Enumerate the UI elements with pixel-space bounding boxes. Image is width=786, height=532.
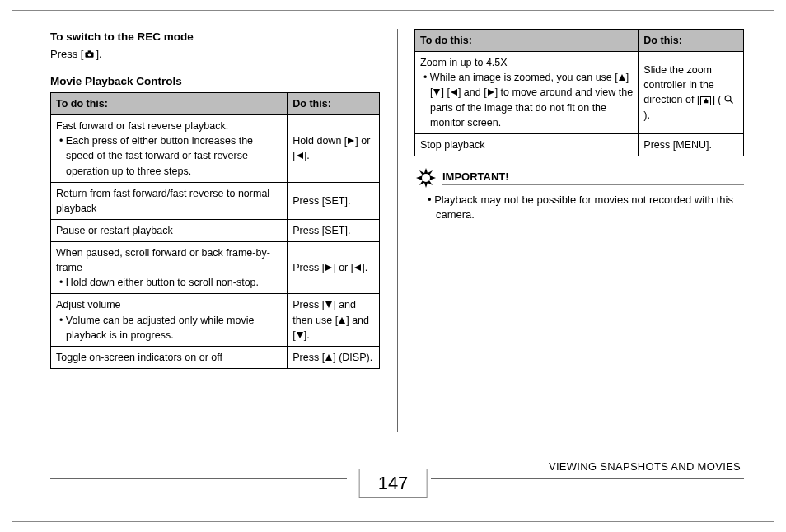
row-text: Zoom in up to 4.5X <box>420 57 508 68</box>
action-text: ]. <box>304 150 310 161</box>
page-footer: VIEWING SNAPSHOTS AND MOVIES 147 <box>42 474 744 516</box>
action-text: Hold down [ <box>292 135 347 147</box>
left-triangle-icon <box>450 88 458 96</box>
cell-task: When paused, scroll forward or back fram… <box>51 242 288 294</box>
row-text: When paused, scroll forward or back fram… <box>56 247 270 273</box>
heading-playback-controls: Movie Playback Controls <box>50 75 380 87</box>
footer-rule-left <box>50 478 347 479</box>
down-triangle-icon <box>325 301 333 309</box>
row-sub: Hold down either button to scroll non-st… <box>56 275 282 290</box>
row-sub: Each press of either button increases th… <box>56 133 282 178</box>
table-row: Toggle on-screen indicators on or off Pr… <box>51 346 380 368</box>
row-text: Fast forward or fast reverse playback. <box>56 120 228 132</box>
cell-action: Hold down [] or []. <box>288 115 380 183</box>
cell-action: Slide the zoom controller in the directi… <box>639 52 744 134</box>
table-row: Fast forward or fast reverse playback. E… <box>51 115 380 183</box>
action-text: ). <box>643 110 650 121</box>
th-action: Do this: <box>639 30 744 52</box>
down-triangle-icon <box>296 331 304 339</box>
action-text: Press [ <box>292 299 325 310</box>
svg-rect-3 <box>704 100 709 103</box>
row-text: Adjust volume <box>56 299 121 310</box>
right-triangle-icon <box>325 264 333 272</box>
action-text: ] or [ <box>333 262 353 273</box>
cell-action: Press [SET]. <box>288 182 380 219</box>
cell-task: Adjust volume Volume can be adjusted onl… <box>51 294 288 346</box>
row-sub: Volume can be adjusted only while movie … <box>56 313 282 343</box>
left-column: To switch to the REC mode Press [ ]. Mov… <box>50 29 380 457</box>
svg-point-2 <box>88 54 91 57</box>
controls-table-left: To do this: Do this: Fast forward or fas… <box>50 92 380 369</box>
controls-table-right: To do this: Do this: Zoom in up to 4.5X … <box>414 29 744 156</box>
magnifier-icon <box>724 95 734 105</box>
row-sub: While an image is zoomed, you can use []… <box>420 70 633 130</box>
burst-icon <box>416 168 436 188</box>
page-frame: To switch to the REC mode Press [ ]. Mov… <box>12 10 774 522</box>
important-note: Playback may not be possible for movies … <box>436 193 744 222</box>
sub-text: While an image is zoomed, you can use [ <box>430 72 618 83</box>
press-instruction: Press [ ]. <box>50 48 380 60</box>
cell-action: Press [SET]. <box>288 219 380 241</box>
action-text: ] and <box>333 299 356 310</box>
page-number: 147 <box>359 469 428 498</box>
camera-icon <box>85 48 94 60</box>
right-triangle-icon <box>487 88 495 96</box>
content-columns: To switch to the REC mode Press [ ]. Mov… <box>50 29 744 457</box>
sub-text: ] and [ <box>458 86 487 98</box>
action-text: ]. <box>304 329 310 341</box>
svg-point-4 <box>725 96 731 102</box>
right-column: To do this: Do this: Zoom in up to 4.5X … <box>414 29 744 457</box>
left-triangle-icon <box>353 264 362 272</box>
svg-rect-1 <box>88 50 91 52</box>
action-text: then use [ <box>292 315 338 326</box>
important-heading: IMPORTANT! <box>416 168 744 188</box>
up-triangle-icon <box>338 316 346 324</box>
cell-task: Zoom in up to 4.5X While an image is zoo… <box>415 52 639 134</box>
cell-action: Press [] (DISP). <box>288 346 380 368</box>
table-row: Zoom in up to 4.5X While an image is zoo… <box>415 52 744 134</box>
heading-rec-mode: To switch to the REC mode <box>50 30 380 43</box>
down-triangle-icon <box>433 88 441 96</box>
svg-point-7 <box>422 174 430 182</box>
action-text: ] (DISP). <box>333 352 372 363</box>
action-text: ] ( <box>712 94 724 105</box>
action-text: Press [ <box>292 352 325 363</box>
table-row: When paused, scroll forward or back fram… <box>51 242 380 294</box>
column-divider <box>397 29 398 432</box>
svg-line-5 <box>730 101 732 104</box>
table-row: Adjust volume Volume can be adjusted onl… <box>51 294 380 346</box>
up-triangle-icon <box>618 73 626 82</box>
left-triangle-icon <box>296 152 304 160</box>
cell-action: Press [MENU]. <box>639 133 744 156</box>
sub-text: ] [ <box>441 86 449 98</box>
footer-rule-right <box>431 478 744 479</box>
right-triangle-icon <box>347 137 355 145</box>
action-text: Press [ <box>292 262 325 273</box>
action-text: ]. <box>362 262 367 273</box>
table-row: Pause or restart playback Press [SET]. <box>51 219 380 241</box>
cell-task: Stop playback <box>415 133 639 156</box>
table-header-row: To do this: Do this: <box>51 93 380 115</box>
table-row: Stop playback Press [MENU]. <box>415 133 744 156</box>
cell-action: Press [] and then use [] and []. <box>288 294 380 346</box>
cell-task: Fast forward or fast reverse playback. E… <box>51 115 288 183</box>
important-label: IMPORTANT! <box>442 170 744 185</box>
table-header-row: To do this: Do this: <box>415 30 744 52</box>
cell-action: Press [] or []. <box>288 242 380 294</box>
th-task: To do this: <box>51 93 288 115</box>
up-triangle-icon <box>325 353 333 362</box>
th-task: To do this: <box>415 30 639 52</box>
cell-task: Toggle on-screen indicators on or off <box>51 346 288 368</box>
table-row: Return from fast forward/fast reverse to… <box>51 182 380 219</box>
zoom-tele-icon <box>700 96 711 105</box>
th-action: Do this: <box>288 93 380 115</box>
footer-section-title: VIEWING SNAPSHOTS AND MOVIES <box>549 460 741 473</box>
cell-task: Return from fast forward/fast reverse to… <box>51 182 288 219</box>
cell-task: Pause or restart playback <box>51 219 288 241</box>
press-suffix: ]. <box>96 48 101 60</box>
press-prefix: Press [ <box>50 48 83 60</box>
